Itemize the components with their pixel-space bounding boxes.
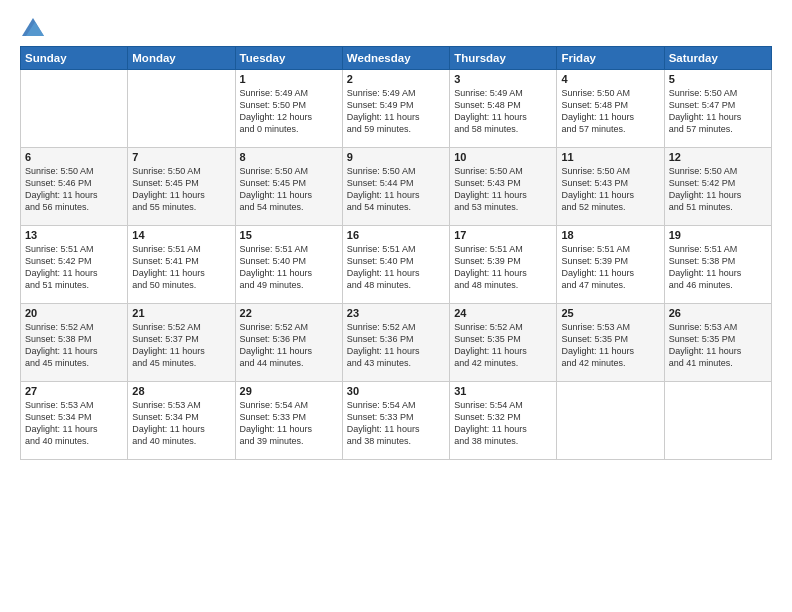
cell-info-line: Daylight: 11 hours <box>561 267 659 279</box>
day-number: 16 <box>347 229 445 241</box>
calendar-cell: 4Sunrise: 5:50 AMSunset: 5:48 PMDaylight… <box>557 70 664 148</box>
calendar-week-5: 27Sunrise: 5:53 AMSunset: 5:34 PMDayligh… <box>21 382 772 460</box>
cell-info-line: Sunrise: 5:52 AM <box>454 321 552 333</box>
calendar-cell: 18Sunrise: 5:51 AMSunset: 5:39 PMDayligh… <box>557 226 664 304</box>
day-number: 23 <box>347 307 445 319</box>
cell-info-line: Daylight: 11 hours <box>454 189 552 201</box>
cell-info-line: Sunset: 5:48 PM <box>454 99 552 111</box>
cell-info-line: Sunset: 5:34 PM <box>132 411 230 423</box>
logo <box>20 18 44 36</box>
cell-info-line: Sunset: 5:33 PM <box>347 411 445 423</box>
calendar-cell: 17Sunrise: 5:51 AMSunset: 5:39 PMDayligh… <box>450 226 557 304</box>
day-number: 15 <box>240 229 338 241</box>
cell-info-line: Sunset: 5:39 PM <box>561 255 659 267</box>
cell-info-line: Daylight: 11 hours <box>25 345 123 357</box>
cell-info-line: Daylight: 11 hours <box>347 423 445 435</box>
calendar-cell <box>21 70 128 148</box>
logo-icon <box>22 18 44 36</box>
day-number: 18 <box>561 229 659 241</box>
cell-info-line: Sunrise: 5:52 AM <box>347 321 445 333</box>
cell-info-line: Sunrise: 5:50 AM <box>25 165 123 177</box>
cell-info-line: Sunset: 5:34 PM <box>25 411 123 423</box>
cell-info-line: Sunset: 5:35 PM <box>669 333 767 345</box>
calendar-cell: 14Sunrise: 5:51 AMSunset: 5:41 PMDayligh… <box>128 226 235 304</box>
cell-info-line: Sunrise: 5:53 AM <box>132 399 230 411</box>
cell-info-line: Sunset: 5:38 PM <box>669 255 767 267</box>
day-number: 25 <box>561 307 659 319</box>
cell-info-line: and 44 minutes. <box>240 357 338 369</box>
calendar-cell: 6Sunrise: 5:50 AMSunset: 5:46 PMDaylight… <box>21 148 128 226</box>
cell-info-line: Sunrise: 5:52 AM <box>240 321 338 333</box>
day-number: 2 <box>347 73 445 85</box>
cell-info-line: and 45 minutes. <box>132 357 230 369</box>
cell-info-line: Sunset: 5:32 PM <box>454 411 552 423</box>
calendar-cell: 12Sunrise: 5:50 AMSunset: 5:42 PMDayligh… <box>664 148 771 226</box>
cell-info-line: Sunrise: 5:50 AM <box>561 87 659 99</box>
calendar-cell: 27Sunrise: 5:53 AMSunset: 5:34 PMDayligh… <box>21 382 128 460</box>
calendar-cell: 13Sunrise: 5:51 AMSunset: 5:42 PMDayligh… <box>21 226 128 304</box>
calendar-cell <box>557 382 664 460</box>
cell-info-line: Daylight: 11 hours <box>669 267 767 279</box>
calendar-cell: 3Sunrise: 5:49 AMSunset: 5:48 PMDaylight… <box>450 70 557 148</box>
cell-info-line: Daylight: 11 hours <box>454 111 552 123</box>
cell-info-line: Sunrise: 5:54 AM <box>240 399 338 411</box>
cell-info-line: and 57 minutes. <box>561 123 659 135</box>
cell-info-line: and 54 minutes. <box>240 201 338 213</box>
calendar-cell: 22Sunrise: 5:52 AMSunset: 5:36 PMDayligh… <box>235 304 342 382</box>
day-number: 26 <box>669 307 767 319</box>
cell-info-line: Daylight: 11 hours <box>454 345 552 357</box>
calendar-cell: 8Sunrise: 5:50 AMSunset: 5:45 PMDaylight… <box>235 148 342 226</box>
cell-info-line: Daylight: 11 hours <box>561 189 659 201</box>
cell-info-line: Sunrise: 5:50 AM <box>669 165 767 177</box>
cell-info-line: and 49 minutes. <box>240 279 338 291</box>
cell-info-line: Daylight: 11 hours <box>240 189 338 201</box>
calendar-cell <box>128 70 235 148</box>
cell-info-line: and 52 minutes. <box>561 201 659 213</box>
cell-info-line: Sunset: 5:50 PM <box>240 99 338 111</box>
day-number: 8 <box>240 151 338 163</box>
cell-info-line: Sunset: 5:45 PM <box>132 177 230 189</box>
day-number: 20 <box>25 307 123 319</box>
cell-info-line: Sunset: 5:38 PM <box>25 333 123 345</box>
cell-info-line: Daylight: 11 hours <box>669 189 767 201</box>
day-number: 19 <box>669 229 767 241</box>
day-number: 24 <box>454 307 552 319</box>
cell-info-line: and 48 minutes. <box>347 279 445 291</box>
cell-info-line: and 54 minutes. <box>347 201 445 213</box>
calendar-week-4: 20Sunrise: 5:52 AMSunset: 5:38 PMDayligh… <box>21 304 772 382</box>
calendar-cell: 10Sunrise: 5:50 AMSunset: 5:43 PMDayligh… <box>450 148 557 226</box>
cell-info-line: and 38 minutes. <box>347 435 445 447</box>
cell-info-line: and 38 minutes. <box>454 435 552 447</box>
cell-info-line: Sunrise: 5:49 AM <box>347 87 445 99</box>
cell-info-line: Daylight: 11 hours <box>132 345 230 357</box>
cell-info-line: and 42 minutes. <box>561 357 659 369</box>
day-number: 29 <box>240 385 338 397</box>
cell-info-line: and 48 minutes. <box>454 279 552 291</box>
day-number: 27 <box>25 385 123 397</box>
cell-info-line: Sunset: 5:43 PM <box>454 177 552 189</box>
cell-info-line: Daylight: 11 hours <box>240 345 338 357</box>
cell-info-line: and 51 minutes. <box>669 201 767 213</box>
cell-info-line: Sunset: 5:45 PM <box>240 177 338 189</box>
calendar-cell: 26Sunrise: 5:53 AMSunset: 5:35 PMDayligh… <box>664 304 771 382</box>
calendar-cell <box>664 382 771 460</box>
calendar-cell: 5Sunrise: 5:50 AMSunset: 5:47 PMDaylight… <box>664 70 771 148</box>
day-number: 4 <box>561 73 659 85</box>
calendar-cell: 23Sunrise: 5:52 AMSunset: 5:36 PMDayligh… <box>342 304 449 382</box>
cell-info-line: Sunset: 5:35 PM <box>561 333 659 345</box>
cell-info-line: Daylight: 11 hours <box>25 189 123 201</box>
cell-info-line: and 58 minutes. <box>454 123 552 135</box>
day-number: 13 <box>25 229 123 241</box>
cell-info-line: Daylight: 11 hours <box>132 267 230 279</box>
cell-info-line: and 59 minutes. <box>347 123 445 135</box>
cell-info-line: Sunrise: 5:52 AM <box>25 321 123 333</box>
day-number: 9 <box>347 151 445 163</box>
cell-info-line: Sunset: 5:43 PM <box>561 177 659 189</box>
weekday-header-saturday: Saturday <box>664 47 771 70</box>
cell-info-line: Sunrise: 5:52 AM <box>132 321 230 333</box>
cell-info-line: Daylight: 11 hours <box>561 111 659 123</box>
weekday-header-wednesday: Wednesday <box>342 47 449 70</box>
calendar-cell: 25Sunrise: 5:53 AMSunset: 5:35 PMDayligh… <box>557 304 664 382</box>
calendar-cell: 16Sunrise: 5:51 AMSunset: 5:40 PMDayligh… <box>342 226 449 304</box>
calendar-page: SundayMondayTuesdayWednesdayThursdayFrid… <box>0 0 792 612</box>
